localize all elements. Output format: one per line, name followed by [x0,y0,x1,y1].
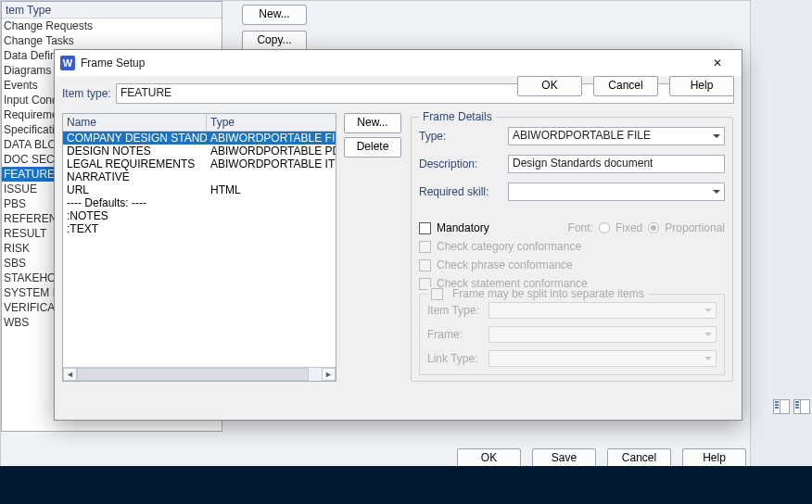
sub-frame-label: Frame: [427,328,488,341]
font-fixed-label: Fixed [615,221,642,234]
scroll-thumb[interactable] [77,368,309,381]
close-icon: ✕ [713,57,722,69]
table-row[interactable]: :TEXT [63,222,336,235]
sidebar-item[interactable]: Change Tasks [2,33,222,48]
cell-type [207,170,336,183]
description-input[interactable]: Design Standards document [508,155,725,173]
check-phrase-checkbox [419,259,431,271]
split-frame-legend: Frame may be split into separate items [452,287,644,300]
required-skill-select[interactable] [508,183,725,201]
frame-details-legend: Frame Details [419,110,496,123]
titlebar[interactable]: W Frame Setup ✕ [55,50,742,76]
mandatory-label: Mandatory [437,221,489,234]
mandatory-checkbox[interactable] [419,222,431,234]
cell-name: COMPANY DESIGN STANDARD [63,132,207,145]
split-frame-group: Frame may be split into separate items I… [419,294,725,375]
sub-link-type-label: Link Type: [427,352,488,365]
delete-frame-button[interactable]: Delete [344,137,401,158]
sub-frame-select [488,326,717,343]
cell-type: ABIWORDPORTABLE ITEM I [207,158,336,170]
check-phrase-label: Check phrase conformance [437,258,573,271]
sidebar-item[interactable]: Change Requests [2,19,222,33]
close-button[interactable]: ✕ [699,51,736,75]
sub-item-type-label: Item Type: [427,304,488,317]
item-type-label: Item type: [62,87,116,100]
cell-name: NARRATIVE [63,170,207,183]
type-select[interactable]: ABIWORDPORTABLE FILE [508,127,725,145]
h-scrollbar[interactable]: ◄ ► [63,367,336,381]
table-row[interactable]: COMPANY DESIGN STANDARDABIWORDPORTABLE F… [63,132,336,145]
cell-type [207,222,336,235]
table-row[interactable]: NARRATIVE [63,170,336,183]
check-category-checkbox [419,241,431,253]
tray-icons [773,399,810,414]
grid-header: Name Type [63,114,336,132]
copy-button[interactable]: Copy... [242,31,307,51]
scroll-left-icon[interactable]: ◄ [63,368,77,381]
table-row[interactable]: URLHTML [63,183,336,196]
font-fixed-radio [599,222,610,233]
cell-name: :NOTES [63,209,207,222]
taskbar[interactable] [0,466,812,504]
sub-link-type-select [488,350,717,367]
scroll-right-icon[interactable]: ► [322,368,336,381]
tray-icon[interactable] [773,399,790,414]
cancel-button[interactable]: Cancel [593,76,658,96]
frame-setup-dialog: W Frame Setup ✕ Item type: FEATURE Name … [54,49,742,421]
cell-type: HTML [207,183,336,196]
app-icon: W [60,56,75,70]
sub-item-type-select [488,302,717,319]
cell-type [207,209,336,222]
cell-name: LEGAL REQUIREMENTS [63,158,207,170]
ok-button[interactable]: OK [517,76,582,96]
new-button[interactable]: New... [242,5,307,25]
split-frame-checkbox [431,288,443,300]
font-proportional-label: Proportional [665,221,725,234]
table-row[interactable]: LEGAL REQUIREMENTSABIWORDPORTABLE ITEM I [63,158,336,170]
required-skill-label: Required skill: [419,185,508,198]
frame-details-group: Frame Details Type: ABIWORDPORTABLE FILE… [411,117,733,382]
cell-type: ABIWORDPORTABLE PDB [207,145,336,158]
col-type[interactable]: Type [207,114,336,131]
frames-grid[interactable]: Name Type COMPANY DESIGN STANDARDABIWORD… [62,113,336,382]
description-label: Description: [419,158,508,170]
cell-type: ABIWORDPORTABLE FILE [207,132,336,145]
cell-name: DESIGN NOTES [63,145,207,158]
new-frame-button[interactable]: New... [344,113,401,133]
type-label: Type: [419,130,508,143]
font-label: Font: [568,221,593,234]
font-proportional-radio [648,222,659,233]
cell-name: ---- Defaults: ---- [63,196,207,209]
cell-type [207,196,336,209]
table-row[interactable]: ---- Defaults: ---- [63,196,336,209]
cell-name: URL [63,183,207,196]
tray-icon[interactable] [793,399,810,414]
dialog-title: Frame Setup [81,57,699,69]
table-row[interactable]: DESIGN NOTESABIWORDPORTABLE PDB [63,145,336,158]
item-type-header: tem Type [2,2,222,19]
table-row[interactable]: :NOTES [63,209,336,222]
help-button[interactable]: Help [669,76,734,96]
check-category-label: Check category conformance [437,240,581,253]
cell-name: :TEXT [63,222,207,235]
col-name[interactable]: Name [63,114,207,131]
